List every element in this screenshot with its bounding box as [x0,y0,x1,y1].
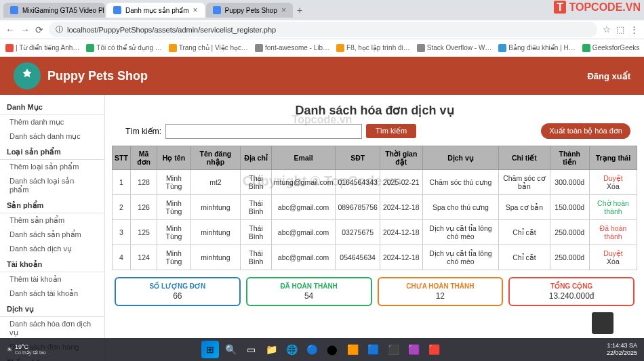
table-cell: 128 [130,170,157,195]
table-cell: 03275675 [336,220,380,245]
app-icon[interactable]: 🟦 [364,341,382,358]
sidebar-item[interactable]: Danh sách sản phẩm [0,228,104,242]
url-input[interactable]: ⓘlocalhost/PuppyPetShops/assets/admin/se… [49,22,597,37]
table-cell: abc@gmail.com [271,195,336,220]
sidebar-item[interactable]: Thêm tài khoản [0,272,104,286]
address-bar: ← → ⟳ ⓘlocalhost/PuppyPetShops/assets/ad… [0,20,644,39]
table-cell: 126 [130,195,157,220]
bookmarks-bar: | Từ điển tiếng Anh… Tôi có thể sử dụng … [0,39,644,57]
table-cell: 250.000đ [550,220,589,245]
bookmark-item[interactable]: Tôi có thể sử dụng … [86,44,161,52]
app-icon[interactable]: 🟧 [344,341,361,358]
new-tab-button[interactable]: + [297,5,302,16]
extensions-icon[interactable]: ⬚ [616,24,624,35]
table-cell: 250.000đ [550,245,589,270]
windows-taskbar: ☀ 19°CCó thấy tất tao ⊞ 🔍 ▭ 📁 🌐 🔵 ⬤ 🟧 🟦 … [0,338,644,361]
table-cell: 2024-12-18 [380,220,422,245]
export-button[interactable]: Xuất toàn bộ hóa đơn [541,123,630,139]
app-icon[interactable]: 🟥 [425,341,443,358]
browser-tab-active[interactable]: Danh mục sản phẩm× [106,3,205,18]
app-header: Puppy Pets Shop Đăng xuất [0,57,644,95]
column-header: Email [271,146,336,170]
table-cell: Chỉ cắt [499,245,550,270]
table-cell: Spa cơ bản [499,195,550,220]
sidebar-item[interactable]: Danh sách hóa đơn dịch vụ [0,317,104,340]
sidebar-item[interactable]: Danh sách tài khoản [0,286,104,301]
status-cell: DuyệtXóa [589,170,637,195]
table-cell: 2025-02-21 [380,170,422,195]
table-cell: Dịch vụ cắt tỉa lông chó mèo [422,220,499,245]
stat-value: 13.240.000đ [512,291,630,301]
stat-value: 66 [119,291,237,301]
table-cell: mtung@gmail.com [271,170,336,195]
bookmark-item[interactable]: F8, học lập trình đi… [336,44,410,52]
approve-link[interactable]: Duyệt [592,174,635,182]
search-input[interactable] [165,124,362,139]
stat-box: CHƯA HOÀN THÀNH12 [378,277,504,306]
table-cell: Minh Tùng [157,195,190,220]
table-cell: Thái Bình [241,170,271,195]
table-cell: 124 [130,245,157,270]
sidebar-item[interactable]: Danh sách danh mục [0,129,104,144]
start-button[interactable]: ⊞ [201,341,219,358]
system-clock[interactable]: 1:14:43 SA22/02/2025 [607,342,637,357]
browser-tab[interactable]: MixiGaming GTA5 Video Pl× [3,3,105,18]
invoice-table: STTMã đơnHọ tênTên đăng nhậpĐịa chỉEmail… [112,146,637,270]
bookmark-item[interactable]: Bảng điều khiển | H… [498,44,575,52]
logout-link[interactable]: Đăng xuất [587,71,630,81]
stat-box: ĐÃ HOÀN THÀNH54 [246,277,372,306]
table-cell: 4 [113,245,131,270]
sidebar-item[interactable]: Danh sách dịch vụ [0,242,104,256]
close-icon[interactable]: × [281,5,286,15]
column-header: Tên đăng nhập [190,146,241,170]
delete-link[interactable]: Xóa [592,257,635,266]
back-icon[interactable]: ← [5,24,15,35]
column-header: SĐT [336,146,380,170]
brand-title: Puppy Pets Shop [47,69,148,83]
forward-icon[interactable]: → [20,24,30,35]
sidebar-item[interactable]: Thêm sản phẩm [0,213,104,228]
table-cell: Dịch vụ cắt tỉa lông chó mèo [422,245,499,270]
delete-link[interactable]: Xóa [592,182,635,190]
app-icon[interactable]: 🟪 [405,341,422,358]
browser-tab[interactable]: Puppy Pets Shop× [206,3,293,18]
sidebar-item[interactable]: Thêm danh mục [0,115,104,129]
bookmark-item[interactable]: | Từ điển tiếng Anh… [5,44,79,52]
weather-widget[interactable]: ☀ 19°CCó thấy tất tao [7,343,46,356]
app-icon[interactable]: ⬤ [323,341,341,358]
bookmark-item[interactable]: Stack Overflow - W… [417,44,492,52]
bookmark-item[interactable]: font-awesome - Lib… [255,44,329,52]
taskview-icon[interactable]: ▭ [242,341,260,358]
column-header: STT [113,146,131,170]
search-icon[interactable]: 🔍 [222,341,239,358]
search-label: Tìm kiếm: [112,127,161,136]
done-status: Đã hoàn thành [600,224,627,240]
sidebar-item[interactable]: Danh sách loại sản phẩm [0,174,104,197]
bookmark-item[interactable]: GeeksforGeeks [582,44,639,52]
search-button[interactable]: Tìm kiếm [366,124,416,138]
close-icon[interactable]: × [193,5,198,15]
reload-icon[interactable]: ⟳ [35,24,43,35]
chrome-icon[interactable]: 🔵 [303,341,321,358]
table-cell: Spa cho thú cưng [422,195,499,220]
stat-box: SỐ LƯỢNG ĐƠN66 [115,277,241,306]
table-cell: minhtung [190,245,241,270]
table-cell: Thái Bình [241,245,271,270]
bookmark-item[interactable]: Trang chủ | Việc học… [169,44,248,52]
app-icon[interactable]: ⬛ [384,341,402,358]
table-cell: minhtung [190,195,241,220]
column-header: Địa chỉ [241,146,271,170]
app-logo [14,62,41,89]
sidebar: Danh MụcThêm danh mụcDanh sách danh mụcL… [0,95,105,361]
stat-label: ĐÃ HOÀN THÀNH [250,282,368,290]
edge-icon[interactable]: 🌐 [283,341,300,358]
watermark-logo: T TOPCODE.VN [554,1,641,14]
stats-row: SỐ LƯỢNG ĐƠN66ĐÃ HOÀN THÀNH54CHƯA HOÀN T… [112,277,637,306]
approve-link[interactable]: Duyệt [592,249,635,257]
table-row: 3125Minh TùngminhtungThái Bìnhabc@gmail.… [113,220,637,245]
menu-icon[interactable]: ⋮ [630,24,639,35]
explorer-icon[interactable]: 📁 [262,341,280,358]
sidebar-item[interactable]: Thêm loại sản phẩm [0,160,104,174]
table-cell: 3 [113,220,131,245]
star-icon[interactable]: ☆ [603,24,611,35]
